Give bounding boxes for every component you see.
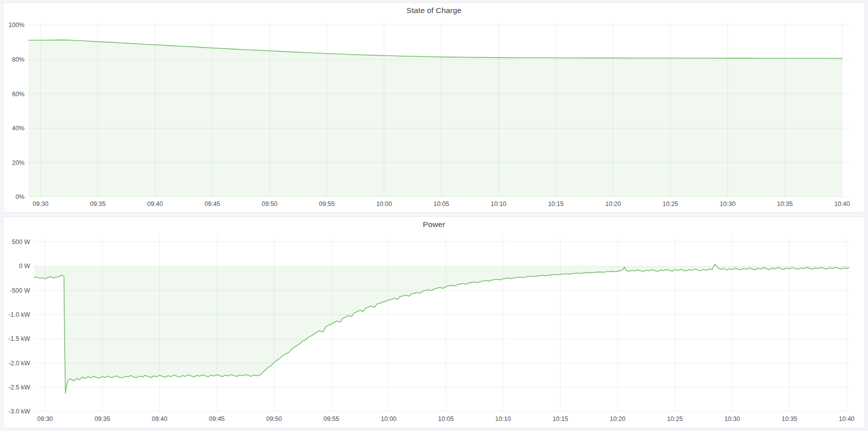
x-tick-label: 10:10 (491, 200, 506, 207)
y-tick-label: -2.5 kW (9, 384, 30, 391)
soc-chart[interactable]: 09:3009:3509:4009:4509:5009:5510:0010:05… (4, 18, 864, 212)
x-tick-label: 09:40 (147, 200, 163, 207)
series-fill (29, 40, 842, 197)
panel-power: Power 09:3009:3509:4009:4509:5009:5510:0… (3, 217, 865, 428)
x-tick-label: 10:40 (834, 200, 850, 207)
y-tick-label: -500 W (10, 287, 30, 294)
x-tick-label: 10:15 (548, 200, 563, 207)
panel-state-of-charge: State of Charge 09:3009:3509:4009:4509:5… (3, 3, 865, 212)
soc-chart-canvas[interactable]: 09:3009:3509:4009:4509:5009:5510:0010:05… (4, 18, 864, 212)
x-tick-label: 10:25 (663, 200, 678, 207)
x-tick-label: 10:00 (381, 415, 396, 422)
y-tick-label: 80% (12, 56, 25, 63)
x-tick-label: 10:25 (667, 415, 683, 422)
y-tick-label: -1.5 kW (9, 335, 30, 342)
x-tick-label: 10:30 (720, 200, 735, 207)
x-tick-label: 09:30 (37, 415, 53, 422)
x-tick-label: 09:50 (262, 200, 277, 207)
x-tick-label: 09:40 (152, 415, 167, 422)
power-chart[interactable]: 09:3009:3509:4009:4509:5009:5510:0010:05… (4, 232, 864, 428)
x-tick-label: 10:40 (839, 415, 854, 422)
x-tick-label: 09:35 (95, 415, 110, 422)
y-tick-label: 0 W (19, 263, 30, 270)
y-tick-label: -1.0 kW (9, 311, 30, 318)
x-tick-label: 09:55 (324, 415, 339, 422)
y-tick-label: -3.0 kW (9, 408, 30, 415)
x-tick-label: 10:05 (438, 415, 454, 422)
power-chart-canvas[interactable]: 09:3009:3509:4009:4509:5009:5510:0010:05… (4, 232, 864, 428)
y-tick-label: 0% (16, 193, 25, 200)
x-tick-label: 10:15 (552, 415, 568, 422)
y-tick-label: 20% (12, 159, 25, 166)
y-tick-label: 40% (12, 125, 25, 132)
x-tick-label: 10:20 (610, 415, 625, 422)
x-tick-label: 10:05 (433, 200, 449, 207)
y-tick-label: -2.0 kW (9, 360, 30, 367)
x-tick-label: 10:20 (605, 200, 621, 207)
x-tick-label: 09:30 (33, 200, 48, 207)
x-tick-label: 10:00 (376, 200, 392, 207)
x-tick-label: 10:35 (777, 200, 792, 207)
x-tick-label: 10:30 (724, 415, 740, 422)
dashboard: State of Charge 09:3009:3509:4009:4509:5… (0, 0, 868, 431)
series-fill (34, 264, 849, 393)
x-tick-label: 10:10 (495, 415, 511, 422)
panel-title-state-of-charge[interactable]: State of Charge (4, 3, 864, 18)
x-tick-label: 09:55 (319, 200, 335, 207)
x-tick-label: 09:45 (209, 415, 224, 422)
y-tick-label: 500 W (12, 239, 30, 246)
x-tick-label: 10:35 (781, 415, 797, 422)
panel-title-power[interactable]: Power (4, 217, 864, 232)
x-tick-label: 09:45 (204, 200, 220, 207)
x-tick-label: 09:50 (266, 415, 282, 422)
y-tick-label: 60% (12, 91, 25, 98)
x-tick-label: 09:35 (90, 200, 106, 207)
y-tick-label: 100% (9, 22, 25, 29)
